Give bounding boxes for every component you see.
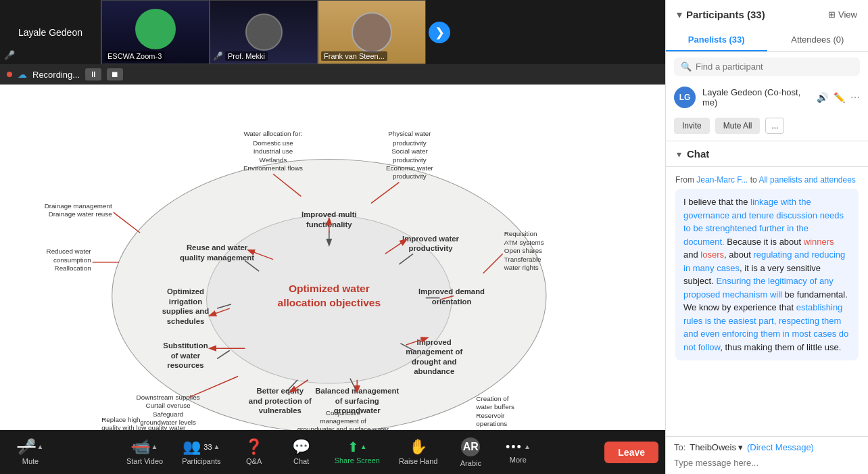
node-irrigation3: supplies and: [162, 307, 210, 315]
video-tile-label-mekki: Prof. Mekki: [225, 51, 268, 61]
video-tile-label-escwa: ESCWA Zoom-3: [105, 51, 164, 61]
attendees-tab[interactable]: Attendees (0): [767, 29, 869, 51]
search-bar: 🔍: [674, 57, 860, 76]
svg-text:Domestic use: Domestic use: [253, 139, 293, 147]
right-panel: ▾ Participants (33) ⊞ View Panelists (33…: [665, 0, 868, 474]
participant-avatar-layale: LG: [674, 87, 696, 108]
node-equity2: and protection of: [249, 397, 312, 405]
participant-item-layale: LG Layale Gedeon (Co-host, me) 🔊 ✏️ ⋯: [666, 81, 868, 114]
video-tile-label-frank: Frank van Steen...: [321, 51, 387, 61]
participants-count: 33: [203, 443, 212, 451]
participants-icon: 👥: [183, 440, 201, 454]
svg-text:water buffers: water buffers: [475, 403, 514, 410]
stop-recording-button[interactable]: ⏹: [107, 68, 123, 80]
chat-from-label: From: [675, 175, 696, 185]
mute-arrow: ▲: [37, 443, 44, 450]
video-tile-layale: Layale Gedeon 🎤: [0, 0, 101, 64]
arabic-button[interactable]: AR Arabic: [447, 437, 494, 467]
node-irrigation2: irrigation: [169, 298, 202, 306]
raise-hand-button[interactable]: ✋ Raise Hand: [389, 437, 447, 467]
mute-button[interactable]: 🎤 ▲ Mute: [7, 440, 54, 465]
search-participant-input[interactable]: [696, 62, 853, 72]
participant-action-buttons: Invite Mute All ...: [666, 114, 868, 141]
search-icon: 🔍: [681, 62, 692, 72]
raise-hand-icon: ✋: [409, 440, 427, 454]
node-equity3: vulnerables: [259, 406, 302, 414]
raise-hand-label: Raise Hand: [399, 457, 437, 465]
highlight-legitimacy: Ensuring the legitimacy of any proposed …: [683, 276, 834, 300]
arabic-icon: AR: [461, 437, 480, 456]
leave-button[interactable]: Leave: [604, 442, 658, 463]
chat-to-value: TheibOweis: [690, 442, 736, 452]
node-demand: Improved demand: [418, 287, 485, 295]
node-water-prod: Improved water: [402, 235, 460, 243]
chat-button[interactable]: 💬 Chat: [278, 437, 325, 467]
node-subst2: of water: [171, 352, 201, 360]
svg-text:Wetlands: Wetlands: [260, 156, 287, 164]
qa-button[interactable]: ❓ Q&A: [231, 437, 278, 467]
video-strip: Layale Gedeon 🎤 ESCWA Zoom-3 🎤 Prof. Mek…: [0, 0, 665, 64]
svg-text:Reduced water: Reduced water: [47, 247, 92, 255]
svg-text:Drainage management: Drainage management: [45, 202, 112, 210]
collapse-participants-icon[interactable]: ▾: [677, 8, 682, 21]
participants-section: ▾ Participants (33) ⊞ View Panelists (33…: [666, 0, 868, 141]
invite-button[interactable]: Invite: [674, 118, 710, 134]
svg-text:operations: operations: [476, 420, 507, 427]
toolbar-right: Leave: [604, 442, 658, 463]
diagram-wrapper: POSSIBLE PRACTICES OBJECTIVES AND STRATE…: [0, 85, 665, 430]
to-label: To:: [674, 442, 685, 452]
share-screen-button[interactable]: ⬆ ▲ Share Screen: [325, 437, 389, 467]
highlight-losers: losers: [700, 250, 724, 260]
highlight-winners: winners: [804, 237, 834, 247]
svg-text:Conjunctive: Conjunctive: [326, 409, 361, 417]
chat-label: Chat: [293, 457, 309, 465]
participants-more-button[interactable]: ...: [765, 118, 784, 134]
svg-text:productivity: productivity: [393, 139, 427, 147]
chat-section: ▾ Chat From Jean-Marc F... to All paneli…: [666, 141, 868, 474]
node-reuse: Reuse and water: [187, 243, 248, 252]
svg-text:Transferable: Transferable: [504, 256, 541, 263]
svg-text:Curtail overuse: Curtail overuse: [146, 402, 191, 409]
chat-recipients: All panelists and attendees: [758, 175, 855, 185]
participant-name-layale: Layale Gedeon: [18, 27, 82, 38]
svg-text:Requisition: Requisition: [504, 230, 537, 237]
svg-text:Industrial use: Industrial use: [254, 147, 293, 155]
chat-input-field[interactable]: [674, 458, 860, 468]
mute-label: Mute: [22, 457, 39, 465]
participants-header: ▾ Participants (33) ⊞ View: [666, 0, 868, 29]
video-arrow: ▲: [151, 443, 158, 450]
svg-text:Creation of: Creation of: [476, 395, 508, 402]
video-tile-escwa: ESCWA Zoom-3: [101, 0, 210, 64]
video-icon-p: ✏️: [834, 92, 845, 103]
pause-recording-button[interactable]: ⏸: [85, 68, 101, 80]
mute-all-button[interactable]: Mute All: [715, 118, 761, 134]
chevron-down-icon: ▾: [738, 442, 743, 452]
direct-message-label: (Direct Message): [747, 442, 814, 452]
start-video-button[interactable]: 📹 ▲ Start Video: [117, 437, 172, 467]
video-label: Start Video: [126, 457, 163, 465]
svg-text:management of: management of: [320, 417, 366, 425]
center-text-2: allocation objectives: [278, 297, 381, 308]
collapse-chat-icon[interactable]: ▾: [677, 149, 681, 160]
video-tile-mekki: 🎤 Prof. Mekki: [210, 0, 318, 64]
video-tile-frank: Frank van Steen...: [318, 0, 426, 64]
participants-button[interactable]: 👥 33 ▲ Participants: [172, 437, 230, 467]
node-multi-func: Improved multi: [302, 210, 357, 218]
qa-label: Q&A: [246, 457, 262, 465]
view-button[interactable]: ⊞ View: [828, 9, 857, 20]
chat-to-select[interactable]: TheibOweis ▾: [690, 442, 743, 452]
node-demand2: orientation: [432, 298, 472, 306]
panelists-tab[interactable]: Panelists (33): [666, 29, 767, 51]
node-balanced2: of surfacing: [335, 397, 379, 405]
toolbar: 🎤 ▲ Mute 📹 ▲ Start Video 👥 33 ▲: [0, 430, 665, 474]
more-button[interactable]: ••• ▲ More: [494, 437, 541, 467]
participants-label: Participants: [182, 457, 220, 465]
participants-title: Participants (33): [686, 9, 765, 20]
svg-text:Drainage water reuse: Drainage water reuse: [49, 210, 112, 218]
more-label: More: [510, 456, 527, 464]
svg-text:Social water: Social water: [391, 147, 428, 155]
recording-label: Recording...: [32, 70, 80, 80]
next-video-button[interactable]: ❯: [426, 0, 453, 64]
svg-text:water rights: water rights: [504, 264, 539, 271]
node-irrigation: Optimized: [167, 287, 204, 295]
